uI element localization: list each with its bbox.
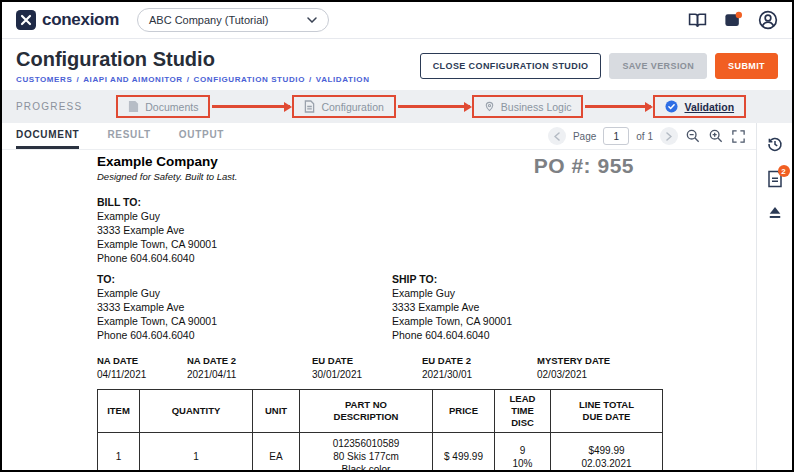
date-value: 02/03/2021 — [537, 369, 652, 380]
page-title: Configuration Studio — [16, 48, 370, 70]
date-header: NA DATE — [97, 355, 187, 366]
date-value: 2021/30/01 — [422, 369, 537, 380]
topbar-icons — [688, 10, 778, 30]
progress-label: PROGRESS — [16, 101, 82, 112]
breadcrumb-validation[interactable]: VALIDATION — [316, 75, 370, 84]
tab-document[interactable]: DOCUMENT — [16, 123, 79, 149]
page-label: Page — [573, 131, 596, 142]
cell-leadtime: 9 10% — [495, 433, 551, 471]
map-pin-icon — [484, 100, 495, 113]
ship-to-address: Example Guy 3333 Example Ave Example Tow… — [392, 286, 512, 342]
to-label: TO: — [97, 273, 392, 285]
doc-tagline: Designed for Safety. Built to Last. — [97, 171, 237, 182]
conexiom-logo: conexiom — [16, 10, 119, 30]
col-header-partno: PART NO DESCRIPTION — [300, 390, 433, 433]
step-business-logic-label: Business Logic — [501, 101, 572, 113]
cell-linetotal: $499.99 02.03.2021 — [551, 433, 663, 471]
breadcrumb-customers[interactable]: CUSTOMERS — [16, 75, 72, 84]
upload-icon[interactable] — [766, 205, 784, 221]
header-actions: CLOSE CONFIGURATION STUDIO SAVE VERSION … — [420, 53, 778, 79]
document-header: Example Company Designed for Safety. Bui… — [97, 154, 662, 182]
date-header: EU DATE 2 — [422, 355, 537, 366]
step-documents[interactable]: Documents — [116, 95, 210, 118]
company-selector[interactable]: ABC Company (Tutorial) — [137, 8, 329, 32]
notifications-icon[interactable] — [723, 11, 742, 30]
col-header-price: PRICE — [433, 390, 495, 433]
document-panel: DOCUMENT RESULT OUTPUT Page of 1 — [2, 123, 756, 470]
breadcrumb-configuration-studio[interactable]: CONFIGURATION STUDIO — [194, 75, 305, 84]
step-configuration-label: Configuration — [321, 101, 383, 113]
page-of-label: of 1 — [636, 131, 653, 142]
zoom-in-icon[interactable] — [708, 128, 724, 144]
date-col-mystery: MYSTERY DATE 02/03/2021 — [537, 355, 652, 380]
step-validation-label: Validation — [684, 101, 734, 113]
close-configuration-studio-button[interactable]: CLOSE CONFIGURATION STUDIO — [420, 53, 602, 79]
date-header: NA DATE 2 — [187, 355, 312, 366]
dates-row: NA DATE 04/11/2021 NA DATE 2 2021/04/11 … — [97, 355, 662, 380]
page-number-input[interactable] — [603, 127, 629, 145]
document-icon — [128, 100, 139, 113]
po-number: PO #: 955 — [534, 154, 634, 178]
doc-company-name: Example Company — [97, 154, 237, 169]
tab-output[interactable]: OUTPUT — [179, 123, 224, 149]
date-col-na: NA DATE 04/11/2021 — [97, 355, 187, 380]
page-header: Configuration Studio CUSTOMERS/AIAPI AND… — [2, 39, 792, 90]
breadcrumb-separator: / — [187, 75, 190, 84]
to-shipto-row: TO: Example Guy 3333 Example Ave Example… — [97, 273, 662, 342]
book-icon[interactable] — [688, 11, 707, 30]
col-header-leadtime: LEAD TIME DISC — [495, 390, 551, 433]
conexiom-logo-icon — [16, 10, 36, 30]
submit-button[interactable]: SUBMIT — [715, 53, 778, 79]
breadcrumb: CUSTOMERS/AIAPI AND AIMONITOR/CONFIGURAT… — [16, 75, 370, 84]
progress-bar: PROGRESS Documents Configuration Busines… — [2, 90, 792, 123]
table-row: 1 1 EA 012356010589 80 Skis 177cm Black … — [98, 433, 663, 471]
company-selector-value: ABC Company (Tutorial) — [149, 14, 268, 26]
tabs: DOCUMENT RESULT OUTPUT — [16, 123, 252, 149]
date-col-na2: NA DATE 2 2021/04/11 — [187, 355, 312, 380]
table-header-row: ITEM QUANTITY UNIT PART NO DESCRIPTION P… — [98, 390, 663, 433]
history-icon[interactable] — [766, 135, 784, 153]
document-viewer: Example Company Designed for Safety. Bui… — [2, 150, 756, 470]
right-toolbar: 2 — [756, 123, 792, 470]
notes-badge: 2 — [778, 165, 790, 177]
tab-result[interactable]: RESULT — [107, 123, 150, 149]
fullscreen-icon[interactable] — [731, 129, 746, 144]
col-header-item: ITEM — [98, 390, 140, 433]
col-header-linetotal: LINE TOTAL DUE DATE — [551, 390, 663, 433]
date-value: 04/11/2021 — [97, 369, 187, 380]
annotation-arrow — [585, 105, 651, 108]
zoom-out-icon[interactable] — [685, 128, 701, 144]
bill-to-address: Example Guy 3333 Example Ave Example Tow… — [97, 209, 662, 265]
to-block: TO: Example Guy 3333 Example Ave Example… — [97, 273, 392, 342]
bill-to-block: BILL TO: Example Guy 3333 Example Ave Ex… — [97, 196, 662, 265]
date-col-eu2: EU DATE 2 2021/30/01 — [422, 355, 537, 380]
annotation-arrow — [398, 105, 470, 108]
save-version-button[interactable]: SAVE VERSION — [609, 53, 707, 79]
cell-price: $ 499.99 — [433, 433, 495, 471]
profile-icon[interactable] — [758, 10, 778, 30]
bill-to-label: BILL TO: — [97, 196, 662, 208]
annotation-arrow — [212, 105, 290, 108]
configuration-icon — [304, 100, 315, 113]
ship-to-block: SHIP TO: Example Guy 3333 Example Ave Ex… — [392, 273, 512, 342]
cell-quantity: 1 — [140, 433, 253, 471]
pagination-controls: Page of 1 — [548, 123, 746, 149]
notes-icon[interactable]: 2 — [767, 170, 783, 188]
step-validation[interactable]: Validation — [653, 95, 746, 118]
step-business-logic[interactable]: Business Logic — [472, 95, 584, 118]
to-address: Example Guy 3333 Example Ave Example Tow… — [97, 286, 392, 342]
cell-partno: 012356010589 80 Skis 177cm Black color — [300, 433, 433, 471]
cell-unit: EA — [253, 433, 300, 471]
col-header-unit: UNIT — [253, 390, 300, 433]
breadcrumb-aiapi[interactable]: AIAPI AND AIMONITOR — [83, 75, 183, 84]
purchase-order-document: Example Company Designed for Safety. Bui… — [97, 154, 662, 470]
topbar: conexiom ABC Company (Tutorial) — [2, 2, 792, 39]
tabs-row: DOCUMENT RESULT OUTPUT Page of 1 — [2, 123, 756, 150]
prev-page-button[interactable] — [548, 127, 566, 145]
logo-text: conexiom — [42, 10, 119, 30]
next-page-button[interactable] — [660, 127, 678, 145]
breadcrumb-separator: / — [309, 75, 312, 84]
ship-to-label: SHIP TO: — [392, 273, 512, 285]
date-col-eu: EU DATE 30/01/2021 — [312, 355, 422, 380]
step-configuration[interactable]: Configuration — [292, 95, 395, 118]
